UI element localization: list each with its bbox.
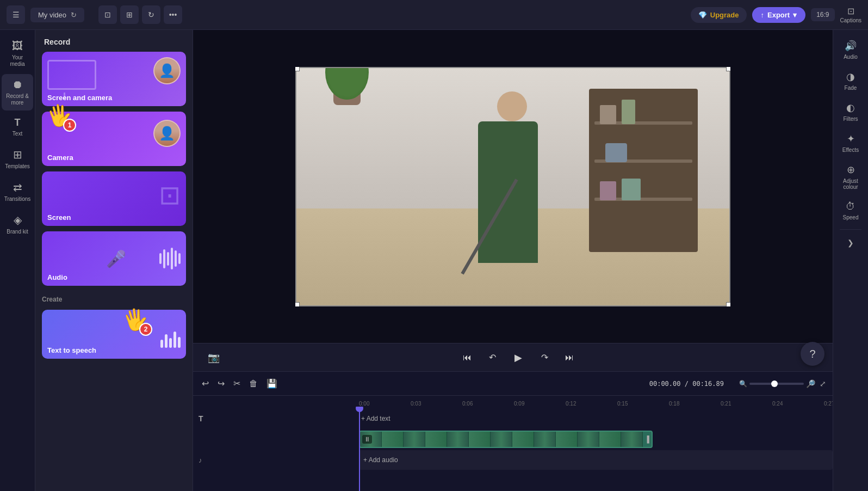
playback-controls: 📷 ⏮ ↶ ▶ ↷ ⏭ ⛶ <box>193 343 833 371</box>
toolbar-tools: ⊡ ⊞ ↻ ••• <box>98 5 182 24</box>
card-audio[interactable]: 🎤 Audio <box>42 231 186 286</box>
right-panel-audio[interactable]: 🔊 Audio <box>834 35 867 64</box>
right-panel-collapse-button[interactable]: ❯ <box>843 234 858 251</box>
export-arrow-icon: ↑ <box>761 11 765 19</box>
brand-icon: ◈ <box>14 213 22 226</box>
music-icon: ♪ <box>199 456 202 464</box>
thumb-10 <box>556 432 578 447</box>
text-track-content[interactable]: + Add text <box>359 409 833 428</box>
resize-tool[interactable]: ⊞ <box>120 5 139 24</box>
shelf-item-1 <box>600 105 616 124</box>
project-title[interactable]: My video ↻ <box>30 8 84 22</box>
sidebar-item-brand[interactable]: ◈ Brand kit <box>2 209 33 240</box>
cut-button[interactable]: ✂ <box>231 376 243 391</box>
card-label-screen-camera: Screen and camera <box>42 89 117 106</box>
thumb-4 <box>425 432 447 447</box>
rewind-5s-button[interactable]: ↶ <box>482 348 502 367</box>
adjust-colour-icon: ⊕ <box>847 164 855 176</box>
panel-content: 👤 Screen and camera 👤 Camera ⊡ Screen <box>35 52 193 491</box>
panel-header: Record <box>35 30 193 52</box>
delete-button[interactable]: 🗑 <box>247 377 260 391</box>
card-label-audio: Audio <box>42 269 73 286</box>
card-label-camera: Camera <box>42 149 79 166</box>
sidebar-item-templates[interactable]: ⊞ Templates <box>2 144 33 174</box>
ruler-mark-5: 0:15 <box>617 401 628 407</box>
right-panel-filters[interactable]: ◐ Filters <box>834 97 867 126</box>
skip-forward-button[interactable]: ⏭ <box>560 348 579 367</box>
hamburger-menu[interactable]: ☰ <box>7 5 25 24</box>
card-label-screen: Screen <box>42 209 76 226</box>
shelf <box>589 89 698 252</box>
plant <box>333 83 361 105</box>
ruler-marks: 0:00 0:03 0:06 0:09 0:12 0:15 0:18 0:21 … <box>359 396 833 407</box>
ruler-mark-2: 0:06 <box>462 401 473 407</box>
right-panel-fade[interactable]: ◑ Fade <box>834 66 867 95</box>
zoom-thumb[interactable] <box>771 380 778 387</box>
captions-button[interactable]: ⊡ Captions <box>840 6 861 23</box>
forward-5s-button[interactable]: ↷ <box>535 348 554 367</box>
fade-label: Fade <box>845 85 857 91</box>
timeline-ruler: 0:00 0:03 0:06 0:09 0:12 0:15 0:18 0:21 … <box>193 396 833 407</box>
screenshot-button[interactable]: 📷 <box>204 348 224 367</box>
thumb-3 <box>404 432 425 447</box>
playback-center-controls: ⏮ ↶ ▶ ↷ ⏭ <box>457 347 579 369</box>
thumb-8 <box>512 432 534 447</box>
timeline-time: 00:00.00 / 00:16.89 <box>649 380 724 388</box>
filters-label: Filters <box>843 116 858 122</box>
redo-button[interactable]: ↪ <box>215 376 227 391</box>
record-icon: ⏺ <box>12 78 23 91</box>
ruler-mark-6: 0:18 <box>669 401 679 407</box>
avatar-face: 👤 <box>154 58 179 83</box>
sidebar-item-text[interactable]: T Text <box>2 113 33 142</box>
card-tts[interactable]: Text to speech <box>42 310 186 359</box>
ruler-mark-7: 0:21 <box>721 401 731 407</box>
filters-icon: ◐ <box>846 102 855 114</box>
zoom-slider[interactable]: 🔍 🔎 <box>739 379 815 388</box>
thumb-13 <box>621 432 643 447</box>
right-panel-divider <box>840 229 861 230</box>
sidebar-item-record[interactable]: ⏺ Record &more <box>2 74 33 111</box>
text-icon: T <box>15 117 21 128</box>
audio-track-content[interactable]: + Add audio <box>359 450 833 470</box>
main-content: 🖼 Your media ⏺ Record &more T Text ⊞ Tem… <box>0 30 868 491</box>
add-audio-button[interactable]: + Add audio <box>363 456 398 464</box>
right-panel-speed[interactable]: ⏱ Speed <box>834 197 867 225</box>
record-panel: Record 👤 Screen and camera 👤 Came <box>35 30 193 491</box>
crop-tool[interactable]: ⊡ <box>98 5 117 24</box>
mute-button[interactable]: ⏸ <box>362 435 372 444</box>
expand-timeline-button[interactable]: ⤢ <box>820 379 826 388</box>
zoom-track[interactable] <box>749 383 804 385</box>
zoom-in-icon: 🔎 <box>806 379 815 388</box>
shelf-item-5 <box>622 179 641 200</box>
right-panel-effects[interactable]: ✦ Effects <box>834 128 867 157</box>
speed-label: Speed <box>843 214 859 220</box>
upgrade-button[interactable]: 💎 Upgrade <box>691 7 747 23</box>
rotate-tool[interactable]: ↻ <box>142 5 160 24</box>
playhead[interactable] <box>359 407 360 491</box>
card-screen[interactable]: ⊡ Screen <box>42 171 186 226</box>
undo-button[interactable]: ↩ <box>200 376 211 391</box>
sidebar-item-your-media[interactable]: 🖼 Your media <box>2 35 33 72</box>
video-track-content[interactable]: ⏸ <box>359 429 833 449</box>
audio-track: ♪ + Add audio <box>193 450 833 470</box>
screen-deco-icon: ⊡ <box>159 180 181 210</box>
help-button[interactable]: ? <box>801 342 824 366</box>
card-camera[interactable]: 👤 Camera <box>42 112 186 166</box>
audio-right-label: Audio <box>844 54 858 60</box>
export-button[interactable]: ↑ Export ▾ <box>752 7 806 23</box>
effects-icon: ✦ <box>847 133 855 145</box>
audio-track-bg: + Add audio <box>359 450 833 470</box>
audio-right-icon: 🔊 <box>845 40 857 52</box>
thumb-5 <box>447 432 469 447</box>
sidebar-item-transitions[interactable]: ⇄ Transitions <box>2 176 33 207</box>
save-icon: ↻ <box>71 11 77 19</box>
avatar-circle-screen-camera: 👤 <box>153 57 181 84</box>
add-text-button[interactable]: + Add text <box>361 415 390 422</box>
more-options[interactable]: ••• <box>164 5 182 24</box>
right-panel-adjust-colour[interactable]: ⊕ Adjust colour <box>834 159 867 194</box>
skip-back-button[interactable]: ⏮ <box>457 348 477 367</box>
video-track-block[interactable]: ⏸ <box>359 431 653 448</box>
play-button[interactable]: ▶ <box>507 347 529 369</box>
save-button[interactable]: 💾 <box>264 376 280 391</box>
card-screen-camera[interactable]: 👤 Screen and camera <box>42 52 186 106</box>
